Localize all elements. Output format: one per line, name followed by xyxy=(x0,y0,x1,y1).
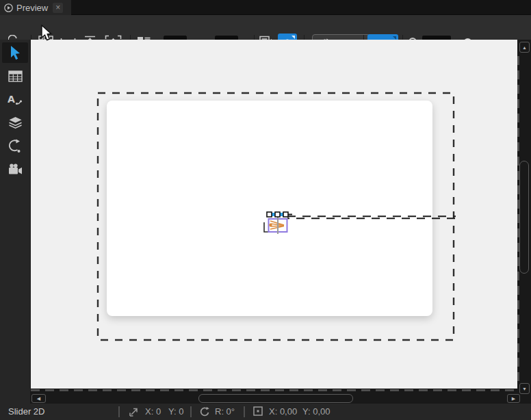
status-pos-x: X: 0 xyxy=(145,406,161,417)
video-camera-icon xyxy=(8,163,23,175)
pivot-icon xyxy=(253,406,263,416)
status-separator xyxy=(190,406,192,417)
tab-preview[interactable]: Preview × xyxy=(0,0,71,15)
selected-slider-element[interactable] xyxy=(262,211,292,235)
status-pos-y: Y: 0 xyxy=(168,406,183,417)
scroll-up-button[interactable]: ▲ xyxy=(519,42,530,53)
scroll-right-button[interactable]: ▶ xyxy=(507,394,520,403)
scroll-left-button[interactable]: ◀ xyxy=(31,394,46,403)
play-circle-icon xyxy=(4,3,13,12)
horizontal-scrollbar: ◀ ▶ xyxy=(31,389,517,404)
status-pivot-y: Y: 0,00 xyxy=(302,406,330,417)
table-view-tool-button[interactable] xyxy=(2,66,28,86)
status-separator xyxy=(244,406,245,417)
position-icon xyxy=(129,406,139,417)
text-anchor-icon: A xyxy=(8,93,23,106)
tab-bar: Preview × xyxy=(0,0,531,15)
status-separator xyxy=(118,406,120,417)
cursor-arrow-icon xyxy=(9,45,21,60)
rotation-icon xyxy=(200,406,210,417)
status-rotation: R: 0° xyxy=(215,406,235,417)
selection-handles xyxy=(267,212,288,217)
canvas-edge-dashes xyxy=(31,389,517,391)
tool-sidebar: A xyxy=(0,40,30,404)
mouse-cursor xyxy=(40,25,53,42)
vertical-scrollbar: ▲ ▼ xyxy=(517,40,531,404)
status-pivot-x: X: 0,00 xyxy=(269,406,297,417)
horizontal-scroll-thumb[interactable] xyxy=(198,394,353,403)
select-tool-button[interactable] xyxy=(2,42,28,63)
svg-text:A: A xyxy=(8,94,15,105)
tab-title: Preview xyxy=(16,3,48,13)
close-icon[interactable]: × xyxy=(53,3,63,13)
text-tool-button[interactable]: A xyxy=(2,89,28,109)
layers-icon xyxy=(8,116,23,129)
vertical-scroll-thumb[interactable] xyxy=(519,161,529,274)
table-icon xyxy=(8,70,23,82)
status-bar: Slider 2D X: 0 Y: 0 R: 0° X: 0,00 Y: 0,0… xyxy=(0,404,531,420)
design-canvas[interactable] xyxy=(31,40,517,389)
toolbar: X: px Y: px xyxy=(0,15,531,40)
transitions-tool-button[interactable] xyxy=(2,135,28,156)
scroll-down-button[interactable]: ▼ xyxy=(519,383,530,394)
selected-item-name: Slider 2D xyxy=(8,406,44,417)
camera-tool-button[interactable] xyxy=(2,159,28,179)
dropdown-corner-icon xyxy=(292,36,295,39)
artboard[interactable] xyxy=(107,101,432,316)
slider-dashed-bounds xyxy=(286,215,456,220)
qt-design-studio-2d-view: Preview × xyxy=(0,0,531,420)
layers-tool-button[interactable] xyxy=(2,112,28,133)
curve-arrow-icon xyxy=(9,139,21,153)
